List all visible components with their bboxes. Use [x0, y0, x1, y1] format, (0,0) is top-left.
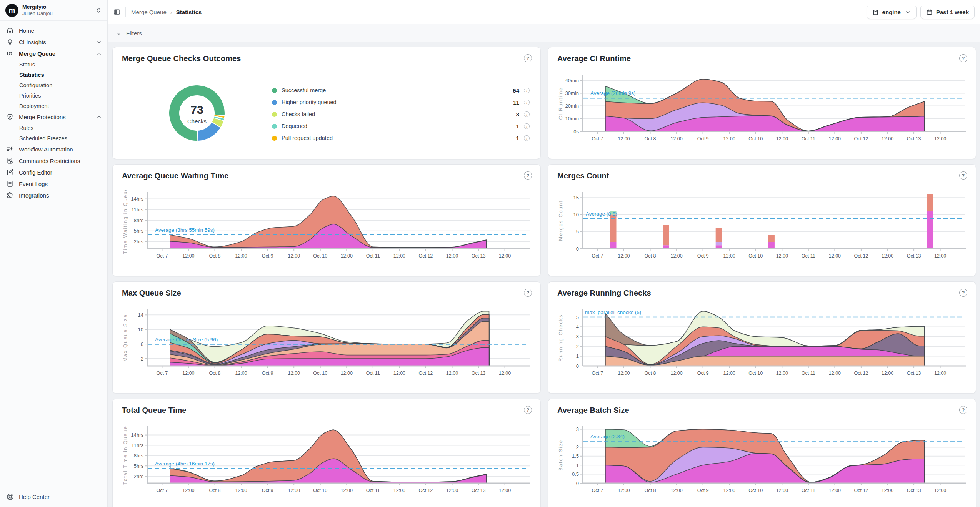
help-center-link[interactable]: Help Center	[6, 493, 50, 501]
sidebar-item-commands-restrictions[interactable]: Commands Restrictions	[0, 155, 107, 166]
chevron-up-icon[interactable]	[96, 51, 102, 57]
svg-text:12:00: 12:00	[618, 253, 630, 259]
workspace-name: Mergifyio	[22, 4, 53, 11]
svg-text:Oct 9: Oct 9	[697, 253, 709, 259]
breadcrumb-parent[interactable]: Merge Queue	[131, 9, 167, 15]
info-icon[interactable]: i	[524, 88, 530, 93]
svg-text:Oct 9: Oct 9	[262, 371, 273, 376]
legend-value: 1	[508, 135, 519, 141]
repository-select[interactable]: engine	[867, 5, 917, 19]
svg-text:11hrs: 11hrs	[131, 207, 143, 213]
svg-text:6: 6	[141, 341, 143, 347]
sidebar-item-merge-queue[interactable]: Merge Queue	[0, 48, 107, 59]
svg-text:Oct 11: Oct 11	[366, 253, 380, 259]
svg-text:0: 0	[576, 480, 579, 486]
svg-text:Oct 10: Oct 10	[313, 488, 327, 493]
chart-svg: 012345Oct 712:00Oct 812:00Oct 912:00Oct …	[557, 307, 967, 384]
sidebar-nav: HomeCI InsightsMerge QueueStatusStatisti…	[0, 21, 107, 201]
sidebar-item-status[interactable]: Status	[0, 59, 107, 70]
sidebar-item-workflow-automation[interactable]: Workflow Automation	[0, 143, 107, 155]
workspace-switch-icon[interactable]	[95, 7, 102, 13]
card-max-queue-size: Max Queue Size?261014Oct 712:00Oct 812:0…	[112, 281, 541, 394]
sidebar-item-configuration[interactable]: Configuration	[0, 80, 107, 90]
chevron-down-icon[interactable]	[96, 39, 102, 45]
filters-button[interactable]: Filters	[126, 30, 142, 37]
sidebar-item-home[interactable]: Home	[0, 25, 107, 36]
svg-text:Oct 13: Oct 13	[472, 253, 486, 259]
card-title: Average Queue Waiting Time	[122, 171, 531, 180]
chart-svg: 051015Oct 712:00Oct 812:00Oct 912:00Oct …	[557, 190, 967, 266]
svg-text:12:00: 12:00	[341, 488, 353, 493]
help-circle-icon[interactable]: ?	[959, 289, 967, 297]
svg-text:Oct 13: Oct 13	[907, 253, 921, 259]
svg-text:Oct 7: Oct 7	[156, 253, 168, 259]
sidebar-item-event-logs[interactable]: Event Logs	[0, 178, 107, 190]
sidebar-item-scheduled-freezes[interactable]: Scheduled Freezes	[0, 133, 107, 143]
filter-icon	[115, 30, 122, 37]
sidebar-toggle-icon[interactable]	[112, 7, 122, 17]
svg-text:12:00: 12:00	[182, 488, 194, 493]
legend-label: Higher priority queued	[282, 99, 503, 105]
sidebar-item-merge-protections[interactable]: Merge Protections	[0, 111, 107, 123]
workspace-meta: Mergifyio Julien Danjou	[22, 4, 53, 17]
info-icon[interactable]: i	[524, 123, 530, 129]
svg-text:30min: 30min	[565, 90, 579, 96]
help-circle-icon[interactable]: ?	[524, 171, 532, 180]
repository-icon	[872, 9, 879, 15]
card-title: Average CI Runtime	[557, 54, 967, 63]
help-circle-icon[interactable]: ?	[524, 54, 532, 62]
sidebar-item-statistics[interactable]: Statistics	[0, 70, 107, 80]
main-column: Merge Queue › Statistics engine	[108, 0, 980, 507]
legend-item: Pull request updated1i	[272, 135, 530, 141]
breadcrumb: Merge Queue › Statistics	[131, 9, 202, 15]
svg-text:Oct 12: Oct 12	[418, 253, 433, 259]
chart-area: 73ChecksSuccessful merge54iHigher priori…	[122, 72, 531, 156]
sidebar-item-deployment[interactable]: Deployment	[0, 101, 107, 111]
help-circle-icon[interactable]: ?	[959, 171, 967, 180]
svg-text:14hrs: 14hrs	[131, 196, 143, 202]
svg-text:10: 10	[138, 327, 143, 332]
help-circle-icon[interactable]: ?	[524, 406, 532, 414]
svg-text:12:00: 12:00	[934, 253, 946, 259]
svg-text:Oct 9: Oct 9	[697, 371, 709, 376]
svg-text:12:00: 12:00	[934, 371, 946, 376]
sidebar-item-config-editor[interactable]: Config Editor	[0, 166, 107, 178]
chart-area: 2hrs5hrs8hrs11hrs14hrsOct 712:00Oct 812:…	[122, 424, 531, 501]
svg-text:12:00: 12:00	[670, 488, 682, 493]
charts-grid: Merge Queue Checks Outcomes?73ChecksSucc…	[108, 42, 980, 507]
svg-text:12:00: 12:00	[341, 253, 353, 259]
sidebar-item-label: Integrations	[19, 192, 49, 199]
svg-text:12:00: 12:00	[499, 371, 511, 376]
average-line-label: Average (4hrs 16min 17s)	[155, 461, 215, 467]
card-average-ci-runtime: Average CI Runtime?0s10min20min30min40mi…	[548, 47, 976, 159]
sidebar-item-ci-insights[interactable]: CI Insights	[0, 36, 107, 48]
topbar-actions: engine Past 1 week	[867, 5, 975, 19]
svg-text:Oct 12: Oct 12	[854, 253, 868, 259]
sidebar-item-label: Event Logs	[19, 181, 48, 187]
help-circle-icon[interactable]: ?	[959, 54, 967, 62]
sidebar: m Mergifyio Julien Danjou HomeCI Insight…	[0, 0, 108, 507]
svg-text:Oct 9: Oct 9	[262, 253, 273, 259]
info-icon[interactable]: i	[524, 100, 530, 105]
help-circle-icon[interactable]: ?	[524, 289, 532, 297]
sidebar-item-rules[interactable]: Rules	[0, 123, 107, 133]
svg-text:Oct 13: Oct 13	[472, 371, 486, 376]
svg-text:Oct 10: Oct 10	[748, 253, 763, 259]
chevron-up-icon[interactable]	[96, 114, 102, 120]
sidebar-item-integrations[interactable]: Integrations	[0, 190, 107, 201]
svg-text:Oct 13: Oct 13	[907, 488, 921, 493]
info-icon[interactable]: i	[524, 135, 530, 141]
chart-svg: 00.511.523Oct 712:00Oct 812:00Oct 912:00…	[557, 424, 967, 501]
svg-text:Oct 11: Oct 11	[366, 488, 380, 493]
svg-text:12:00: 12:00	[882, 136, 893, 141]
workspace-switcher[interactable]: m Mergifyio Julien Danjou	[0, 0, 107, 20]
card-title: Max Queue Size	[122, 289, 531, 298]
svg-text:12:00: 12:00	[829, 136, 841, 141]
sidebar-item-priorities[interactable]: Priorities	[0, 90, 107, 101]
svg-text:0.5: 0.5	[572, 471, 579, 477]
chart-area: 012345Oct 712:00Oct 812:00Oct 912:00Oct …	[557, 307, 967, 384]
info-icon[interactable]: i	[524, 111, 530, 117]
date-range-button[interactable]: Past 1 week	[920, 5, 975, 19]
legend-value: 54	[508, 87, 519, 94]
help-circle-icon[interactable]: ?	[959, 406, 967, 414]
